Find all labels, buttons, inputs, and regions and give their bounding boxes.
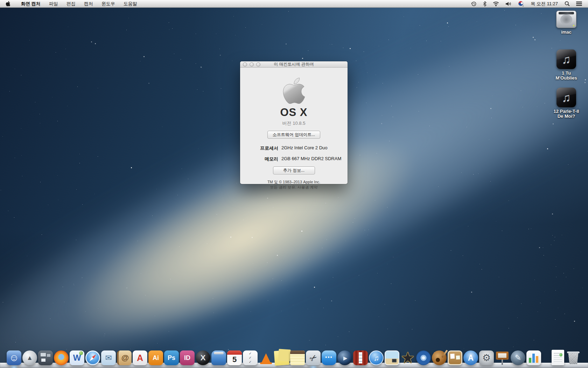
window-controls [243, 61, 260, 67]
illustrator-dock-icon[interactable]: Ai [148, 350, 163, 365]
messages-dock-icon[interactable]: ••• [322, 350, 336, 365]
contacts-dock-icon[interactable]: @ [117, 350, 132, 365]
firefox-dock-icon[interactable] [54, 350, 69, 365]
minimize-button[interactable] [250, 62, 254, 67]
acrobat-dock-icon[interactable]: A [133, 350, 147, 365]
software-update-button[interactable]: 소프트웨어 업데이트... [267, 131, 320, 139]
w-globe-app-glyph: W [73, 354, 81, 362]
safari-dock-icon[interactable] [85, 350, 100, 365]
finder-dock-icon[interactable]: ☺ [7, 350, 21, 365]
app-store-dock-icon[interactable]: A [463, 350, 478, 365]
menu-bar: 화면 캡처 파일 편집 캡처 윈도우 도움말 2 목 오전 11:27 [0, 0, 588, 8]
mail-glyph: ✉ [105, 354, 112, 362]
desktop: 화면 캡처 파일 편집 캡처 윈도우 도움말 2 목 오전 11:27 [0, 0, 588, 368]
calendar-glyph: 5 [232, 356, 237, 363]
korean-input-icon[interactable]: 2 [516, 0, 526, 7]
itunes-dock-icon[interactable]: ♫ [369, 350, 384, 365]
memory-value: 2GB 667 MHz DDR2 SDRAM [281, 156, 348, 162]
contacts-glyph: @ [121, 354, 129, 362]
window-titlebar[interactable]: 이 매킨토시에 관하여 [240, 61, 348, 68]
dvd-player-dock-icon[interactable]: ▶ [337, 350, 352, 365]
indesign-glyph: ID [184, 355, 190, 361]
desktop-icon-imac-drive[interactable]: imac [545, 11, 588, 35]
spotlight-icon[interactable] [562, 0, 572, 7]
grab-dock-icon[interactable]: ✂ [306, 350, 321, 365]
drive-led [573, 25, 574, 26]
dock: ☺▲W✉@AAiPsIDX5✓ ✓ ✓✂•••▶♫★A⚙✎ [0, 343, 588, 368]
photoshop-dock-icon[interactable]: Ps [164, 350, 179, 365]
audio-file-icon: ♫ [556, 49, 576, 69]
launchpad-glyph: ▲ [27, 355, 33, 361]
about-this-mac-window: 이 매킨토시에 관하여 OS X 버전 10.8.5 소프트웨어 업데이트...… [240, 61, 348, 184]
more-info-button[interactable]: 추가 정보... [273, 166, 315, 175]
indesign-dock-icon[interactable]: ID [180, 350, 195, 365]
wifi-icon[interactable] [490, 0, 502, 7]
reminders-dock-icon[interactable]: ✓ ✓ ✓ [243, 350, 258, 365]
imovie-glyph: ★ [401, 350, 414, 366]
music-note-icon: ♫ [562, 53, 571, 66]
vlc-dock-icon[interactable] [259, 350, 273, 365]
audio-file-2-label: 12 Parle-T-Il De Moi? [554, 109, 579, 119]
menu-file[interactable]: 파일 [45, 1, 62, 7]
imovie-dock-icon[interactable]: ★ [400, 350, 415, 365]
launchpad-dock-icon[interactable]: ▲ [22, 350, 37, 365]
menu-help[interactable]: 도움말 [119, 1, 141, 7]
pages-glyph: ✎ [515, 354, 521, 362]
running-indicator [11, 366, 17, 368]
zoom-button[interactable] [256, 62, 260, 67]
desktop-icon-audio-file-1[interactable]: ♫ 1 Tu M'Oublies [545, 49, 588, 81]
dvd-player-glyph: ▶ [343, 355, 348, 361]
running-indicator [310, 366, 316, 368]
x-photo-app-glyph: X [201, 354, 206, 362]
acrobat-glyph: A [137, 354, 143, 362]
finder-glyph: ☺ [9, 353, 19, 363]
system-preferences-dock-icon[interactable]: ⚙ [479, 350, 494, 365]
close-button[interactable] [243, 62, 247, 67]
time-machine-icon[interactable] [468, 0, 479, 7]
garageband-dock-icon[interactable] [432, 350, 447, 365]
desktop-icon-audio-file-2[interactable]: ♫ 12 Parle-T-Il De Moi? [545, 88, 588, 119]
document-file-dock-icon[interactable] [552, 350, 564, 365]
os-name: OS X [280, 106, 307, 119]
processor-value: 2GHz Intel Core 2 Duo [281, 145, 348, 151]
volume-icon[interactable] [503, 0, 514, 7]
photo-booth-dock-icon[interactable] [353, 350, 368, 365]
photoshop-glyph: Ps [168, 355, 175, 361]
copyright-text: TM 및 © 1983–2013 Apple Inc. 모든 권리 보유. 사용… [267, 179, 320, 190]
menu-capture[interactable]: 캡처 [80, 1, 97, 7]
idvd-dock-icon[interactable] [416, 350, 431, 365]
apple-logo [282, 76, 306, 105]
menu-edit[interactable]: 편집 [62, 1, 80, 7]
audio-file-icon: ♫ [556, 88, 576, 107]
pages-dock-icon[interactable]: ✎ [511, 350, 525, 365]
notes-dock-icon[interactable] [290, 350, 305, 365]
w-globe-app-dock-icon[interactable]: W [70, 350, 84, 365]
spec-table: 프로세서 2GHz Intel Core 2 Duo 메모리 2GB 667 M… [240, 145, 348, 162]
illustrator-glyph: Ai [153, 355, 159, 361]
messages-glyph: ••• [325, 354, 333, 360]
x-photo-app-dock-icon[interactable]: X [196, 350, 210, 365]
app-store-glyph: A [468, 354, 474, 362]
menu-bar-clock[interactable]: 목 오전 11:27 [528, 1, 561, 7]
grab-glyph: ✂ [308, 352, 319, 363]
mail-dock-icon[interactable]: ✉ [101, 350, 116, 365]
copyright-line1: TM 및 © 1983–2013 Apple Inc. [267, 179, 320, 185]
iphoto-dock-icon[interactable] [385, 350, 399, 365]
calendar-dock-icon[interactable]: 5 [227, 350, 242, 365]
iweb-dock-icon[interactable] [448, 350, 462, 365]
mission-control-dock-icon[interactable] [38, 350, 53, 365]
keynote-dock-icon[interactable] [495, 350, 510, 365]
notification-center-icon[interactable] [574, 0, 584, 7]
hard-drive-icon [556, 11, 576, 28]
bluetooth-icon[interactable] [481, 0, 489, 7]
stickies-dock-icon[interactable] [274, 350, 290, 366]
menu-window[interactable]: 윈도우 [97, 1, 119, 7]
numbers-dock-icon[interactable] [526, 350, 541, 365]
toast-dock-icon[interactable] [211, 350, 226, 365]
system-preferences-glyph: ⚙ [482, 353, 491, 363]
apple-menu-icon[interactable] [0, 0, 17, 7]
svg-text:2: 2 [523, 5, 524, 7]
active-app-menu[interactable]: 화면 캡처 [17, 1, 45, 7]
trash-dock-icon[interactable] [565, 350, 581, 365]
itunes-glyph: ♫ [373, 354, 379, 362]
